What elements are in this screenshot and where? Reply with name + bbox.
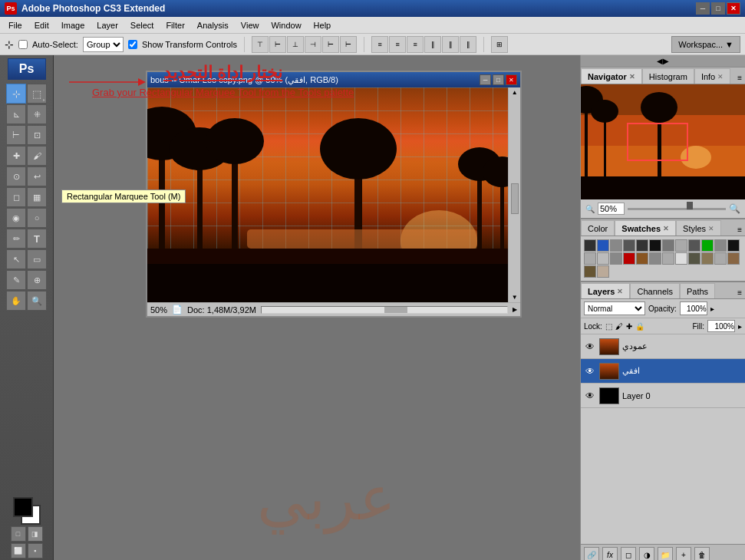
link-layers-btn[interactable]: 🔗	[584, 547, 599, 560]
title-bar-controls[interactable]: ─ □ ✕	[696, 2, 740, 15]
swatch-18[interactable]	[649, 252, 661, 265]
zoom-slider[interactable]	[628, 208, 726, 210]
close-button[interactable]: ✕	[727, 2, 740, 15]
eyedropper-btn[interactable]: ⊕	[27, 270, 47, 290]
zoom-tool-btn[interactable]: 🔍	[27, 291, 47, 311]
swatch-19[interactable]	[662, 252, 674, 265]
swatch-5[interactable]	[636, 239, 648, 252]
gradient-tool-btn[interactable]: ▦	[27, 187, 47, 207]
tab-histogram[interactable]: Histogram	[642, 68, 694, 84]
menu-file[interactable]: File	[3, 19, 28, 31]
menu-view[interactable]: View	[236, 19, 265, 31]
delete-layer-btn[interactable]: 🗑	[694, 547, 710, 560]
move-tool-btn[interactable]: ⊹	[6, 84, 26, 104]
align-top-btn[interactable]: ⊤	[252, 36, 269, 53]
swatch-17[interactable]	[636, 252, 648, 265]
swatch-2[interactable]	[597, 239, 609, 252]
dist-top-btn[interactable]: ≡	[371, 36, 388, 53]
brush-tool-btn[interactable]: 🖌	[27, 146, 47, 166]
swatch-22[interactable]	[701, 252, 714, 265]
tab-navigator[interactable]: Navigator ✕	[581, 68, 642, 84]
lock-paint-btn[interactable]: 🖌	[615, 322, 623, 331]
auto-select-dropdown[interactable]: Group Layer	[83, 37, 124, 52]
swatch-10[interactable]	[701, 239, 714, 252]
dist-right-btn[interactable]: ‖	[460, 36, 476, 53]
swatch-9[interactable]	[688, 239, 700, 252]
new-layer-btn[interactable]: +	[676, 547, 691, 560]
mask-btn[interactable]: ◻	[621, 547, 636, 560]
tab-styles[interactable]: Styles ✕	[676, 220, 721, 236]
auto-select-checkbox[interactable]	[18, 40, 28, 49]
swatch-12[interactable]	[727, 239, 740, 252]
menu-layer[interactable]: Layer	[91, 19, 124, 31]
swatch-23[interactable]	[714, 252, 727, 265]
info-tab-close[interactable]: ✕	[717, 73, 724, 81]
quick-mask-btn[interactable]: ◨	[28, 526, 43, 542]
lock-all-btn[interactable]: 🔒	[635, 322, 644, 331]
swatch-6[interactable]	[649, 239, 661, 252]
swatch-25[interactable]	[584, 265, 596, 278]
swatches-tab-close[interactable]: ✕	[663, 225, 669, 232]
tab-channels[interactable]: Channels	[630, 283, 679, 298]
magic-wand-btn[interactable]: ⁜	[27, 104, 47, 124]
swatch-26[interactable]	[597, 265, 609, 278]
dist-left-btn[interactable]: ‖	[424, 36, 441, 53]
crop-tool-btn[interactable]: ⊢	[6, 125, 26, 145]
workspace-button[interactable]: Workspac... ▼	[671, 36, 740, 53]
align-right-btn[interactable]: ⊢	[340, 36, 357, 53]
dist-hcenter-btn[interactable]: ‖	[442, 36, 459, 53]
show-transform-checkbox[interactable]	[128, 40, 137, 49]
layer-eye-layer0[interactable]: 👁	[584, 390, 596, 402]
horizontal-scrollbar[interactable]	[261, 306, 508, 314]
menu-select[interactable]: Select	[125, 19, 160, 31]
zoom-slider-thumb[interactable]	[687, 202, 693, 209]
full-screen-btn[interactable]: ▪	[28, 543, 43, 558]
menu-analysis[interactable]: Analysis	[192, 19, 234, 31]
blend-mode-dropdown[interactable]: Normal Multiply Screen Overlay	[584, 301, 645, 315]
tab-swatches[interactable]: Swatches ✕	[615, 220, 676, 236]
canvas-image[interactable]	[147, 87, 508, 302]
tab-layers[interactable]: Layers ✕	[581, 283, 630, 298]
scroll-right-icon[interactable]: ▶	[513, 306, 517, 313]
marquee-tool-btn[interactable]: ⬚ ▸	[27, 84, 47, 104]
minimize-button[interactable]: ─	[696, 2, 710, 15]
swatch-11[interactable]	[714, 239, 727, 252]
foreground-color-swatch[interactable]	[13, 497, 33, 517]
lock-transparent-btn[interactable]: ⬚	[605, 322, 612, 331]
stamp-tool-btn[interactable]: ⊙	[6, 166, 26, 186]
swatch-16[interactable]	[623, 252, 635, 265]
align-left-btn[interactable]: ⊣	[305, 36, 321, 53]
swatches-panel-menu[interactable]: ≡	[734, 224, 745, 236]
navigator-tab-close[interactable]: ✕	[629, 73, 635, 81]
menu-image[interactable]: Image	[56, 19, 91, 31]
swatch-8[interactable]	[675, 239, 687, 252]
layers-panel-menu[interactable]: ≡	[734, 287, 745, 298]
swatch-13[interactable]	[584, 252, 596, 265]
menu-window[interactable]: Window	[265, 19, 306, 31]
type-tool-btn[interactable]: T	[27, 229, 47, 249]
zoom-in-icon[interactable]: 🔍	[729, 203, 740, 214]
align-bottom-btn[interactable]: ⊥	[287, 36, 304, 53]
swatch-21[interactable]	[688, 252, 700, 265]
swatch-1[interactable]	[584, 239, 596, 252]
path-select-btn[interactable]: ↖	[6, 249, 26, 269]
navigator-preview-box[interactable]	[627, 123, 688, 161]
swatch-24[interactable]	[727, 252, 740, 265]
styles-tab-close[interactable]: ✕	[708, 225, 714, 232]
swatch-14[interactable]	[597, 252, 609, 265]
maximize-button[interactable]: □	[711, 2, 725, 15]
align-vcenter-btn[interactable]: ⊢	[269, 36, 286, 53]
group-btn[interactable]: 📁	[658, 547, 673, 560]
zoom-input[interactable]	[598, 203, 625, 215]
opacity-input[interactable]	[680, 301, 707, 315]
adjustment-layer-btn[interactable]: ◑	[639, 547, 654, 560]
auto-align-btn[interactable]: ⊞	[491, 36, 508, 53]
healing-tool-btn[interactable]: ✚	[6, 146, 26, 166]
menu-filter[interactable]: Filter	[160, 19, 190, 31]
swatch-15[interactable]	[610, 252, 622, 265]
vertical-scrollbar[interactable]: ▲ ▼	[508, 87, 520, 302]
hand-tool-btn[interactable]: ✋	[6, 291, 26, 311]
swatch-3[interactable]	[610, 239, 622, 252]
navigator-panel-menu[interactable]: ≡	[734, 72, 745, 84]
layers-tab-close[interactable]: ✕	[617, 288, 623, 295]
